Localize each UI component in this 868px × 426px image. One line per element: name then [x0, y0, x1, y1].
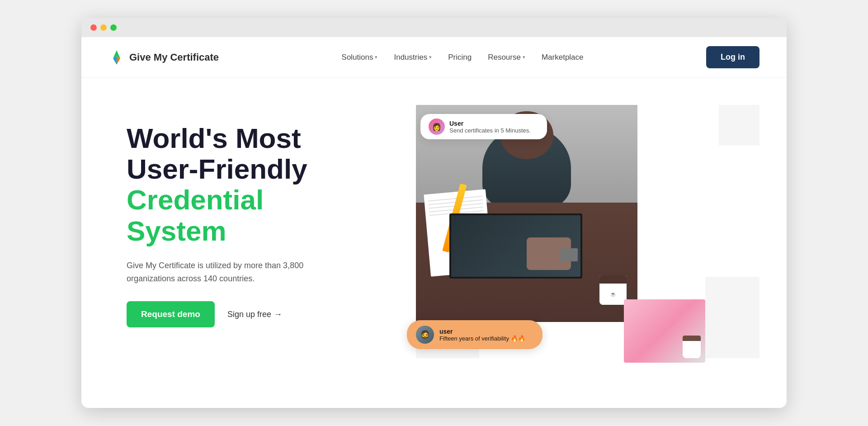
chat-avatar-top: 👩 [429, 118, 445, 135]
navbar: Give My Certificate Solutions ▾ Industri… [81, 37, 787, 78]
signup-button[interactable]: Sign up free → [227, 310, 282, 319]
hero-section: World's Most User-Friendly Credential Sy… [81, 78, 787, 403]
minimize-button-icon[interactable] [100, 24, 107, 31]
maximize-button-icon[interactable] [110, 24, 117, 31]
chevron-down-icon: ▾ [429, 54, 432, 60]
nav-links: Solutions ▾ Industries ▾ Pricing Resours… [342, 53, 584, 62]
logo[interactable]: Give My Certificate [108, 49, 219, 66]
hero-left: World's Most User-Friendly Credential Sy… [127, 105, 380, 327]
chat-name-bottom: user [439, 328, 525, 335]
logo-icon [108, 49, 125, 66]
cutout-1 [719, 105, 760, 146]
chat-bubble-top: 👩 User Send certificates in 5 Minustes. [420, 114, 547, 139]
hero-image-secondary [624, 299, 705, 363]
arrow-icon: → [274, 310, 282, 319]
hero-heading: World's Most User-Friendly Credential Sy… [127, 123, 380, 246]
chevron-down-icon: ▾ [523, 54, 525, 60]
browser-chrome [81, 18, 787, 37]
chat-avatar-bottom: 🧔 [416, 326, 434, 344]
close-button-icon[interactable] [90, 24, 97, 31]
nav-actions: Log in [706, 46, 760, 68]
coffee-cup: ☕ [599, 275, 627, 305]
hero-cta: Request demo Sign up free → [127, 301, 380, 327]
chat-text-bottom: user Fifteen years of verifiability 🔥🔥 [439, 328, 525, 342]
chat-message-bottom: Fifteen years of verifiability 🔥🔥 [439, 335, 525, 342]
chevron-down-icon: ▾ [375, 54, 377, 60]
nav-item-industries[interactable]: Industries ▾ [394, 53, 432, 62]
mosaic-container: ☕ [407, 105, 760, 385]
hero-description: Give My Certificate is utilized by more … [127, 259, 344, 285]
nav-item-resourse[interactable]: Resourse ▾ [488, 53, 525, 62]
hero-right: ☕ [407, 105, 760, 385]
logo-text: Give My Certificate [129, 52, 219, 63]
request-demo-button[interactable]: Request demo [127, 301, 215, 327]
nav-item-marketplace[interactable]: Marketplace [542, 53, 584, 62]
chat-text-top: User Send certificates in 5 Minustes. [449, 120, 531, 134]
nav-item-solutions[interactable]: Solutions ▾ [342, 53, 378, 62]
cutout-3 [705, 277, 760, 358]
chat-message-top: Send certificates in 5 Minustes. [449, 127, 531, 134]
chat-name-top: User [449, 120, 531, 127]
nav-item-pricing[interactable]: Pricing [448, 53, 472, 62]
chat-bubble-bottom: 🧔 user Fifteen years of verifiability 🔥🔥 [407, 320, 542, 349]
browser-window: Give My Certificate Solutions ▾ Industri… [81, 18, 787, 408]
page-content: Give My Certificate Solutions ▾ Industri… [81, 37, 787, 408]
login-button[interactable]: Log in [706, 46, 760, 68]
